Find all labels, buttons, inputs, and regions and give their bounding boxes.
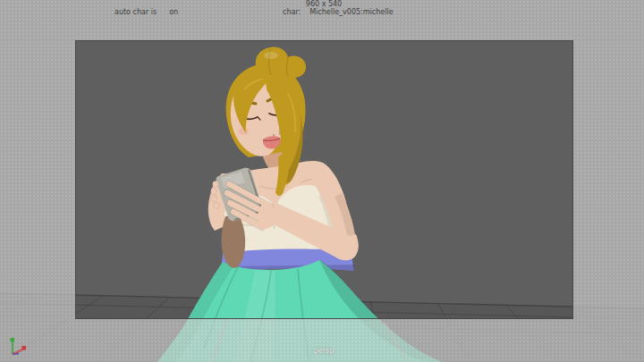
hud-auto-char-value: on	[169, 8, 178, 16]
hud-character-label: char:	[283, 8, 301, 16]
camera-name-label: persp	[75, 347, 572, 355]
hud-auto-char-label: auto char is	[114, 8, 157, 16]
gate-mask-left	[0, 40, 75, 318]
hud-character: char: Michelle_v005:michelle	[283, 8, 394, 16]
maya-3d-viewport[interactable]: 960 x 540 auto char is on char: Michelle…	[0, 0, 644, 362]
axis-gizmo-icon	[5, 336, 32, 359]
hud-character-value: Michelle_v005:michelle	[309, 8, 393, 16]
gate-mask-right	[572, 40, 644, 318]
x-axis-cap	[22, 346, 27, 350]
gate-mask-bottom	[0, 318, 644, 362]
hud-resolution: 960 x 540	[75, 0, 572, 8]
y-axis-cap	[11, 338, 15, 342]
hud-auto-char: auto char is on	[114, 8, 178, 16]
resolution-gate-border	[75, 40, 573, 319]
